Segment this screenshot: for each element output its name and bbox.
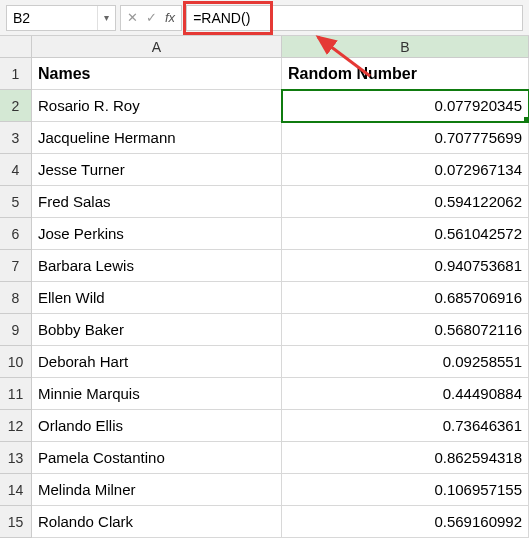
cell-reference: B2 (7, 10, 97, 26)
cell-value[interactable]: 0.072967134 (282, 154, 529, 186)
row-header[interactable]: 15 (0, 506, 32, 538)
row-header[interactable]: 10 (0, 346, 32, 378)
select-all-corner[interactable] (0, 36, 32, 58)
cell-name[interactable]: Pamela Costantino (32, 442, 282, 474)
row-header[interactable]: 2 (0, 90, 32, 122)
cell-name[interactable]: Rosario R. Roy (32, 90, 282, 122)
cancel-icon[interactable]: ✕ (125, 10, 140, 25)
row-header[interactable]: 5 (0, 186, 32, 218)
cell-value[interactable]: 0.940753681 (282, 250, 529, 282)
spreadsheet-grid: 1 Names Random Number 2 Rosario R. Roy 0… (0, 58, 529, 538)
column-header-a[interactable]: A (32, 36, 282, 58)
chevron-down-icon[interactable]: ▾ (97, 6, 115, 30)
cell-name[interactable]: Minnie Marquis (32, 378, 282, 410)
name-box[interactable]: B2 ▾ (6, 5, 116, 31)
row-header[interactable]: 3 (0, 122, 32, 154)
cell-name[interactable]: Jacqueline Hermann (32, 122, 282, 154)
cell-value[interactable]: 0.09258551 (282, 346, 529, 378)
cell-value[interactable]: 0.44490884 (282, 378, 529, 410)
formula-bar: B2 ▾ ✕ ✓ fx =RAND() (0, 0, 529, 36)
row-header[interactable]: 9 (0, 314, 32, 346)
cell-b1[interactable]: Random Number (282, 58, 529, 90)
row-header[interactable]: 7 (0, 250, 32, 282)
cell-name[interactable]: Barbara Lewis (32, 250, 282, 282)
cell-value[interactable]: 0.707775699 (282, 122, 529, 154)
cell-name[interactable]: Ellen Wild (32, 282, 282, 314)
formula-buttons: ✕ ✓ fx (120, 5, 182, 31)
column-headers-row: A B (0, 36, 529, 58)
cell-name[interactable]: Melinda Milner (32, 474, 282, 506)
formula-input[interactable]: =RAND() (186, 5, 523, 31)
row-header[interactable]: 6 (0, 218, 32, 250)
cell-a1[interactable]: Names (32, 58, 282, 90)
cell-name[interactable]: Deborah Hart (32, 346, 282, 378)
row-header[interactable]: 8 (0, 282, 32, 314)
cell-value[interactable]: 0.862594318 (282, 442, 529, 474)
row-header[interactable]: 1 (0, 58, 32, 90)
accept-icon[interactable]: ✓ (144, 10, 159, 25)
fx-label[interactable]: fx (163, 10, 177, 25)
cell-name[interactable]: Orlando Ellis (32, 410, 282, 442)
cell-value[interactable]: 0.594122062 (282, 186, 529, 218)
row-header[interactable]: 14 (0, 474, 32, 506)
column-header-b[interactable]: B (282, 36, 529, 58)
cell-value[interactable]: 0.685706916 (282, 282, 529, 314)
row-header[interactable]: 4 (0, 154, 32, 186)
cell-name[interactable]: Bobby Baker (32, 314, 282, 346)
cell-name[interactable]: Jesse Turner (32, 154, 282, 186)
row-header[interactable]: 13 (0, 442, 32, 474)
cell-name[interactable]: Jose Perkins (32, 218, 282, 250)
row-header[interactable]: 12 (0, 410, 32, 442)
cell-name[interactable]: Rolando Clark (32, 506, 282, 538)
cell-name[interactable]: Fred Salas (32, 186, 282, 218)
row-header[interactable]: 11 (0, 378, 32, 410)
cell-b2-selected[interactable]: 0.077920345 (282, 90, 529, 122)
cell-value[interactable]: 0.569160992 (282, 506, 529, 538)
formula-value: =RAND() (193, 10, 250, 26)
cell-value[interactable]: 0.568072116 (282, 314, 529, 346)
cell-value[interactable]: 0.106957155 (282, 474, 529, 506)
cell-value[interactable]: 0.73646361 (282, 410, 529, 442)
cell-value[interactable]: 0.561042572 (282, 218, 529, 250)
